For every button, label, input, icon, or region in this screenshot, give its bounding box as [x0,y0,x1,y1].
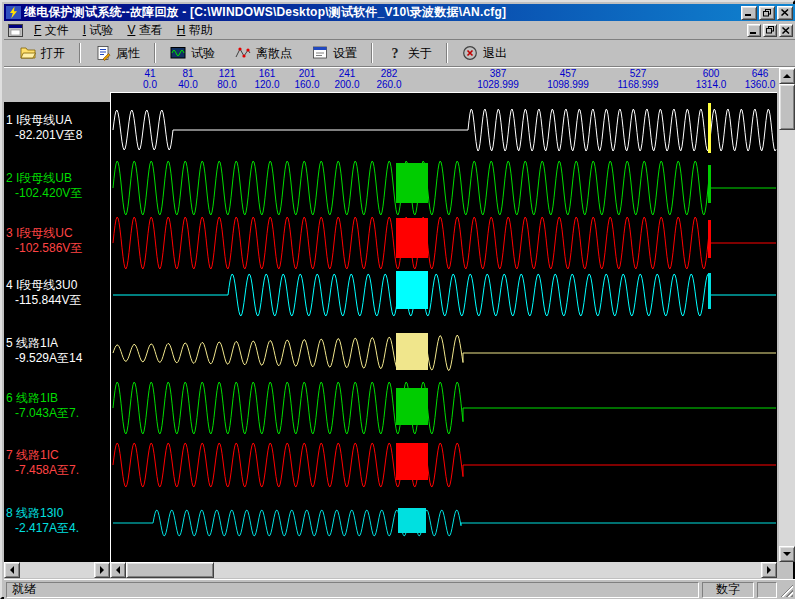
properties-icon [95,45,111,61]
window-title: 继电保护测试系统--故障回放 - [C:\WINDOWS\Desktop\测试软… [24,4,737,21]
toolbar-separator [446,43,448,63]
toolbar-button-3[interactable]: 离散点 [225,41,302,65]
fault-segment-marker[interactable] [396,443,428,480]
toolbar-button-label: 关于 [408,45,432,62]
toolbar-separator [79,43,81,63]
close-button[interactable] [777,6,793,20]
about-icon: ? [387,45,403,61]
scroll-left-button[interactable] [110,562,126,578]
channel-name: 2 I段母线UB [6,171,110,186]
child-minimize-button[interactable] [747,24,761,37]
toolbar-button-2[interactable]: 试验 [160,41,225,65]
waveform-canvas [111,93,777,562]
title-bar: 继电保护测试系统--故障回放 - [C:\WINDOWS\Desktop\测试软… [4,4,795,21]
channel-range: -82.201V至8 [6,128,110,143]
time-ruler: 410.08140.012180.0161120.0201160.0241200… [110,68,777,92]
channel-name: 4 I段母线3U0 [6,278,110,293]
sidebar-scroll-left-button[interactable] [4,562,20,578]
child-close-button[interactable] [779,24,793,37]
toolbar-button-0[interactable]: 打开 [10,41,75,65]
toolbar-button-label: 离散点 [256,45,292,62]
waveform-trace-1 [113,109,776,151]
child-restore-button[interactable] [763,24,777,37]
waveform-trace-8 [113,510,776,536]
vscroll-track[interactable] [779,68,795,562]
minimize-button[interactable] [741,6,757,20]
channel-list: 1 I段母线UA-82.201V至82 I段母线UB-102.420V至3 I段… [4,102,110,562]
resize-grip[interactable] [780,584,793,597]
status-extra-panel [757,582,777,598]
status-text: 就绪 [6,582,699,598]
toolbar-button-label: 设置 [333,45,357,62]
numlock-indicator: 数字 [702,582,754,598]
waveform-trace-2 [113,161,776,215]
fault-segment-marker[interactable] [396,388,428,425]
channel-label-3[interactable]: 3 I段母线UC-102.586V至 [6,226,110,256]
scroll-right-button[interactable] [761,562,777,578]
menu-item-3[interactable]: H 帮助 [170,21,220,39]
toolbar-button-1[interactable]: 属性 [85,41,150,65]
waveform-trace-6 [113,382,776,434]
channel-label-2[interactable]: 2 I段母线UB-102.420V至 [6,171,110,201]
toolbar-button-label: 退出 [483,45,507,62]
exit-icon [462,45,478,61]
cursor-line [708,220,711,258]
menu-bar: F 文件I 试验V 查看H 帮助 [4,21,795,40]
channel-label-8[interactable]: 8 线路13I0-2.417A至4. [6,506,110,536]
cursor-line [708,103,711,153]
cursor-line [708,165,711,203]
ruler-tick: 5271168.999 [606,68,670,90]
toolbar-button-5[interactable]: ?关于 [377,41,442,65]
channel-label-7[interactable]: 7 线路1IC-7.458A至7. [6,448,110,478]
vscroll-thumb[interactable] [779,84,795,130]
app-icon [6,6,21,19]
toolbar-button-4[interactable]: 设置 [302,41,367,65]
channel-name: 3 I段母线UC [6,226,110,241]
discrete-points-icon [235,45,251,61]
restore-button[interactable] [759,6,775,20]
ruler-tick: 4571098.999 [536,68,600,90]
app-window: 继电保护测试系统--故障回放 - [C:\WINDOWS\Desktop\测试软… [0,0,795,599]
svg-text:?: ? [392,46,399,61]
sidebar-scroll-right-button[interactable] [94,562,110,578]
fault-segment-marker[interactable] [396,163,428,203]
fault-segment-marker[interactable] [398,508,426,533]
channel-name: 1 I段母线UA [6,113,110,128]
cursor-line [708,273,711,309]
channel-range: -102.586V至 [6,241,110,256]
ruler-tick: 282260.0 [357,68,421,90]
menu-item-2[interactable]: V 查看 [120,21,169,39]
channel-range: -9.529A至14 [6,351,110,366]
channel-range: -102.420V至 [6,186,110,201]
test-icon [170,45,186,61]
channel-name: 7 线路1IC [6,448,110,463]
status-bar: 就绪 数字 [4,579,795,599]
settings-icon [312,45,328,61]
channel-range: -2.417A至4. [6,521,110,536]
channel-range: -7.043A至7. [6,406,110,421]
channel-name: 5 线路1IA [6,336,110,351]
menu-item-0[interactable]: F 文件 [27,21,76,39]
toolbar-button-6[interactable]: 退出 [452,41,517,65]
channel-label-4[interactable]: 4 I段母线3U0-115.844V至 [6,278,110,308]
channel-label-6[interactable]: 6 线路1IB-7.043A至7. [6,391,110,421]
document-window-icon[interactable] [8,24,23,37]
waveform-trace-5 [113,335,776,370]
channel-range: -115.844V至 [6,293,110,308]
menu-item-1[interactable]: I 试验 [76,21,121,39]
scroll-up-button[interactable] [779,68,795,84]
hscroll-thumb[interactable] [126,562,214,578]
toolbar-separator [154,43,156,63]
waveform-trace-3 [113,217,776,269]
fault-segment-marker[interactable] [396,218,428,258]
toolbar: 打开属性试验离散点设置?关于退出 [4,40,795,67]
scroll-down-button[interactable] [779,546,795,562]
waveform-plot[interactable] [110,92,777,562]
channel-label-5[interactable]: 5 线路1IA-9.529A至14 [6,336,110,366]
fault-segment-marker[interactable] [396,333,428,370]
channel-label-1[interactable]: 1 I段母线UA-82.201V至8 [6,113,110,143]
toolbar-separator [371,43,373,63]
fault-segment-marker[interactable] [396,271,428,309]
channel-name: 8 线路13I0 [6,506,110,521]
toolbar-button-label: 试验 [191,45,215,62]
